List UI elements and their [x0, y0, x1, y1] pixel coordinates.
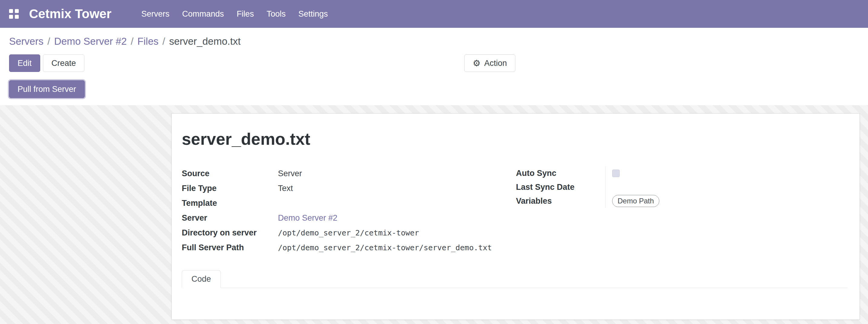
field-row-server: Server Demo Server #2 — [182, 210, 516, 225]
breadcrumb: Servers / Demo Server #2 / Files / serve… — [9, 36, 868, 47]
field-value-server-link[interactable]: Demo Server #2 — [278, 214, 516, 223]
field-label-source: Source — [182, 169, 278, 178]
breadcrumb-separator: / — [131, 36, 133, 47]
field-row-auto-sync: Auto Sync — [516, 166, 847, 180]
field-value-variables: Demo Path — [605, 194, 847, 208]
button-row: Edit Create ⚙ Action — [9, 55, 868, 72]
variable-tag-demo-path: Demo Path — [612, 195, 659, 207]
status-bar: Pull from Server — [9, 80, 868, 98]
field-row-source: Source Server — [182, 166, 516, 181]
field-label-variables: Variables — [516, 196, 605, 206]
app-window: Cetmix Tower Servers Commands Files Tool… — [0, 0, 868, 324]
breadcrumb-separator: / — [48, 36, 50, 47]
breadcrumb-link-servers[interactable]: Servers — [9, 36, 43, 47]
control-panel: Servers / Demo Server #2 / Files / serve… — [0, 28, 868, 105]
tab-code-label: Code — [191, 274, 211, 284]
action-button-label: Action — [484, 59, 507, 68]
field-label-directory: Directory on server — [182, 228, 278, 237]
field-group-left: Source Server File Type Text Template Se… — [182, 166, 516, 255]
code-tab-content — [182, 288, 847, 320]
field-row-variables: Variables Demo Path — [516, 194, 847, 208]
nav-item-servers[interactable]: Servers — [135, 0, 176, 28]
field-value-last-sync — [605, 180, 847, 194]
notebook-tabs: Code — [182, 270, 847, 288]
main-menu: Servers Commands Files Tools Settings — [135, 0, 334, 28]
field-value-directory: /opt/demo_server_2/cetmix-tower — [278, 228, 516, 237]
action-dropdown-button[interactable]: ⚙ Action — [464, 55, 515, 72]
breadcrumb-current: server_demo.txt — [169, 36, 241, 47]
nav-item-files[interactable]: Files — [230, 0, 260, 28]
edit-button[interactable]: Edit — [9, 55, 40, 72]
field-label-full-path: Full Server Path — [182, 243, 278, 252]
form-sheet: server_demo.txt Source Server File Type … — [172, 114, 860, 320]
apps-menu-icon-square — [9, 9, 13, 13]
breadcrumb-link-files[interactable]: Files — [137, 36, 158, 47]
app-brand[interactable]: Cetmix Tower — [29, 7, 111, 21]
field-value-full-path: /opt/demo_server_2/cetmix-tower/server_d… — [278, 243, 516, 252]
record-title: server_demo.txt — [182, 129, 847, 149]
field-row-full-path: Full Server Path /opt/demo_server_2/cetm… — [182, 240, 516, 255]
apps-menu-icon[interactable] — [9, 9, 19, 19]
pull-from-server-button[interactable]: Pull from Server — [9, 80, 85, 98]
field-label-template: Template — [182, 199, 278, 208]
field-row-template: Template — [182, 196, 516, 210]
field-row-file-type: File Type Text — [182, 181, 516, 196]
field-row-directory: Directory on server /opt/demo_server_2/c… — [182, 225, 516, 240]
auto-sync-checkbox[interactable] — [612, 169, 620, 177]
field-grid: Source Server File Type Text Template Se… — [182, 166, 847, 255]
field-label-last-sync: Last Sync Date — [516, 183, 605, 192]
field-value-source: Server — [278, 169, 516, 178]
field-label-server: Server — [182, 214, 278, 223]
breadcrumb-link-demo-server[interactable]: Demo Server #2 — [54, 36, 127, 47]
apps-menu-icon-square — [15, 9, 19, 13]
apps-menu-icon-square — [15, 15, 19, 19]
field-value-file-type: Text — [278, 184, 516, 193]
top-navbar: Cetmix Tower Servers Commands Files Tool… — [0, 0, 868, 28]
breadcrumb-separator: / — [162, 36, 165, 47]
content-area: server_demo.txt Source Server File Type … — [0, 105, 868, 324]
gear-icon: ⚙ — [473, 59, 480, 68]
nav-item-settings[interactable]: Settings — [292, 0, 334, 28]
nav-item-commands[interactable]: Commands — [176, 0, 230, 28]
apps-menu-icon-square — [9, 15, 13, 19]
field-label-auto-sync: Auto Sync — [516, 169, 605, 178]
tab-code[interactable]: Code — [182, 270, 221, 288]
field-group-right: Auto Sync Last Sync Date Variables Demo … — [516, 166, 847, 208]
create-button[interactable]: Create — [43, 55, 84, 72]
field-row-last-sync: Last Sync Date — [516, 180, 847, 194]
field-value-auto-sync — [605, 166, 847, 180]
field-label-file-type: File Type — [182, 184, 278, 193]
nav-item-tools[interactable]: Tools — [260, 0, 292, 28]
